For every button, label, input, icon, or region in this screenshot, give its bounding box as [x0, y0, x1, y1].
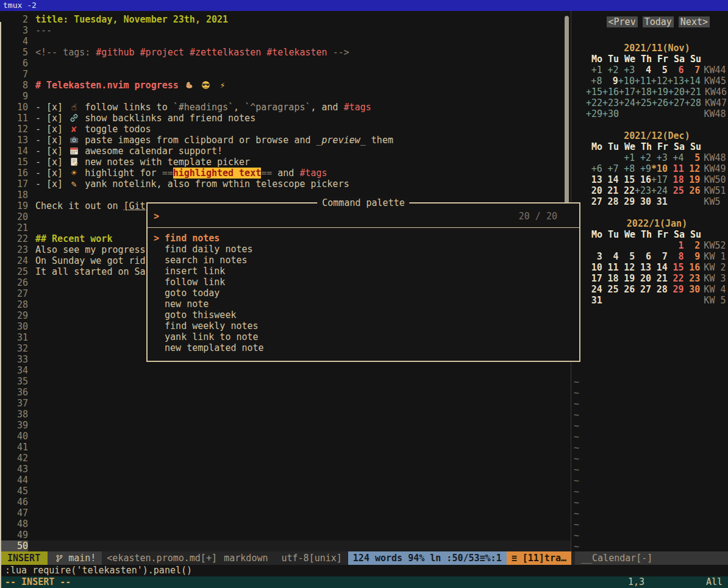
editor-line[interactable]: 10- [x] ☝ follow links to `#headings`, `… — [0, 102, 571, 113]
calendar-date[interactable]: +14 — [684, 76, 701, 87]
calendar-date[interactable]: +23 — [602, 97, 619, 108]
editor-line[interactable]: 11- [x] show backlinks and friend notes — [0, 113, 571, 124]
calendar-date[interactable]: 15 — [618, 174, 635, 185]
calendar-date[interactable]: +23 — [635, 185, 651, 196]
calendar-date[interactable]: +26 — [652, 97, 668, 108]
editor-line[interactable]: 48 — [0, 519, 571, 530]
palette-item[interactable]: find weekly notes — [148, 321, 579, 331]
calendar-date[interactable]: 17 — [586, 273, 602, 284]
calendar-date[interactable]: +10 — [618, 76, 635, 87]
palette-item[interactable]: goto today — [148, 288, 579, 299]
calendar-date[interactable]: 16 — [684, 262, 701, 273]
palette-item[interactable]: yank link to note — [148, 331, 579, 342]
calendar-date[interactable]: 3 — [586, 251, 602, 262]
calendar-date[interactable]: +16 — [602, 87, 619, 97]
calendar-date[interactable]: +19 — [652, 87, 668, 97]
editor-line[interactable]: 5<!-- tags: #github #project #zettelkast… — [0, 47, 571, 58]
calendar-date[interactable]: +2 — [602, 65, 619, 76]
editor-line[interactable]: 42 — [0, 453, 571, 464]
editor-line[interactable]: 9 — [0, 91, 571, 102]
editor-line[interactable]: 12- [x] ✘ toggle todos — [0, 124, 571, 135]
calendar-date[interactable]: 19 — [684, 174, 701, 185]
calendar-date[interactable]: 7 — [684, 65, 701, 76]
calendar-date[interactable]: +18 — [635, 87, 652, 97]
calendar-date[interactable]: +8 — [618, 163, 635, 174]
calendar-date[interactable]: 14 — [651, 262, 668, 273]
editor-line[interactable]: 45 — [0, 486, 571, 497]
calendar-date[interactable]: *10 — [651, 163, 668, 174]
palette-item[interactable]: new templated note — [148, 342, 579, 353]
calendar-date[interactable]: +7 — [602, 163, 619, 174]
calendar-date[interactable]: 6 — [635, 251, 651, 262]
calendar-date[interactable]: +1 — [619, 152, 635, 163]
calendar-date[interactable]: 11 — [602, 262, 619, 273]
calendar-date[interactable]: +3 — [619, 65, 635, 76]
calendar-date[interactable]: +25 — [635, 97, 652, 108]
editor-line[interactable]: 41 — [0, 442, 571, 453]
editor-line[interactable]: 17- [x] ✎ yank notelink, also from wthin… — [0, 179, 571, 190]
calendar-date[interactable]: 11 — [668, 163, 684, 174]
calendar-date[interactable]: +29 — [586, 108, 602, 119]
command-line[interactable]: :lua require('telekasten').panel() — [0, 565, 728, 576]
scrollbar-thumb[interactable] — [565, 16, 569, 204]
calendar-date[interactable]: 8 — [668, 251, 684, 262]
calendar-date[interactable]: +11 — [635, 76, 651, 87]
editor-line[interactable]: 13- [x] paste images from clipboard or b… — [0, 135, 571, 146]
calendar-date[interactable]: +2 — [635, 152, 651, 163]
calendar-date[interactable]: 22 — [618, 185, 635, 196]
calendar-date[interactable]: +22 — [586, 97, 602, 108]
calendar-date[interactable]: 27 — [635, 284, 651, 295]
calendar-date[interactable]: 22 — [668, 273, 684, 284]
calendar-date[interactable]: 20 — [635, 273, 651, 284]
calendar-date[interactable]: 31 — [586, 295, 602, 306]
editor-line[interactable]: 34 — [0, 365, 571, 376]
calendar-date[interactable]: +17 — [651, 174, 668, 185]
editor-line[interactable]: 50 — [0, 540, 571, 551]
editor-line[interactable]: 6 — [0, 58, 571, 69]
palette-item[interactable]: follow link — [148, 277, 579, 288]
calendar-date[interactable]: 4 — [602, 251, 619, 262]
calendar-date[interactable]: 5 — [619, 251, 635, 262]
editor-line[interactable]: 7 — [0, 69, 571, 80]
palette-item[interactable]: > find notes — [148, 233, 579, 244]
editor-line[interactable]: 44 — [0, 475, 571, 486]
calendar-date[interactable]: +4 — [668, 152, 684, 163]
editor-line[interactable]: 18 — [0, 190, 571, 200]
calendar-date[interactable]: +15 — [586, 87, 602, 97]
calendar-date[interactable]: 29 — [668, 284, 684, 295]
palette-item[interactable]: search in notes — [148, 255, 579, 266]
palette-item[interactable]: goto thisweek — [148, 310, 579, 321]
calendar-date[interactable]: 14 — [602, 174, 619, 185]
calendar-date[interactable]: 19 — [619, 273, 635, 284]
calendar-date[interactable]: 26 — [619, 284, 635, 295]
calendar-date[interactable]: +1 — [586, 65, 602, 76]
calendar-date[interactable]: 10 — [586, 262, 602, 273]
editor-line[interactable]: 43 — [0, 464, 571, 475]
editor-line[interactable]: 46 — [0, 497, 571, 508]
calendar-date[interactable]: 1 — [668, 240, 684, 251]
calendar-date[interactable]: 2 — [684, 240, 701, 251]
calendar-date[interactable]: 23 — [684, 273, 701, 284]
calendar-date[interactable]: 12 — [684, 163, 701, 174]
editor-line[interactable]: 38 — [0, 409, 571, 420]
calendar-date[interactable]: +30 — [602, 108, 619, 119]
calendar-date[interactable]: 24 — [586, 284, 602, 295]
editor-line[interactable]: 2title: Tuesday, November 23th, 2021 — [0, 14, 571, 25]
calendar-date[interactable]: 9 — [602, 76, 618, 87]
calendar-date[interactable]: +3 — [651, 152, 668, 163]
calendar-date[interactable]: +28 — [685, 97, 701, 108]
calendar-date[interactable]: 9 — [684, 251, 701, 262]
calendar-date[interactable]: +17 — [619, 87, 635, 97]
editor-line[interactable]: 37 — [0, 398, 571, 409]
calendar-date[interactable]: +6 — [586, 163, 602, 174]
calendar-date[interactable]: 7 — [651, 251, 668, 262]
calendar-date[interactable]: +8 — [586, 76, 602, 87]
calendar-date[interactable]: 16 — [635, 174, 651, 185]
calendar-date[interactable]: +12 — [651, 76, 668, 87]
palette-item[interactable]: find daily notes — [148, 244, 579, 255]
calendar-date[interactable]: 12 — [619, 262, 635, 273]
editor-line[interactable]: 3--- — [0, 25, 571, 36]
editor-line[interactable]: 49 — [0, 530, 571, 540]
calendar-date[interactable]: 5 — [651, 65, 668, 76]
calendar-date[interactable]: 28 — [602, 196, 619, 207]
